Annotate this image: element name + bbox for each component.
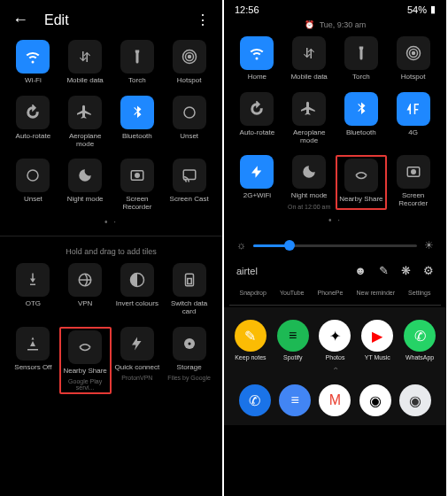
notif-item[interactable]: Snapdrop bbox=[240, 290, 266, 296]
page-title: Edit bbox=[44, 12, 69, 28]
theme-icon[interactable]: ❋ bbox=[401, 264, 411, 277]
tile-label: Screen Recorder bbox=[112, 196, 162, 212]
tile-qc[interactable]: Quick connectProtonVPN bbox=[112, 327, 164, 395]
back-icon[interactable]: ← bbox=[12, 11, 28, 29]
app-label: Photos bbox=[326, 354, 345, 360]
nearby-icon bbox=[68, 330, 102, 364]
app-spotify[interactable]: ≡Spotify bbox=[272, 320, 314, 360]
vpn-icon bbox=[68, 263, 102, 297]
tile-sensor[interactable]: Sensors Off bbox=[7, 327, 59, 395]
tile-sublabel: Files by Google bbox=[167, 375, 211, 381]
bt-icon bbox=[120, 96, 154, 129]
app-yt-music[interactable]: ▶YT Music bbox=[356, 320, 398, 360]
otg-icon bbox=[16, 263, 50, 297]
edit-icon[interactable]: ✎ bbox=[379, 264, 389, 277]
tile-plane[interactable]: Aeroplane mode bbox=[59, 96, 112, 149]
tile-nearby[interactable]: Nearby ShareGoogle Play servi... bbox=[59, 327, 112, 395]
svg-point-0 bbox=[188, 56, 190, 58]
carrier-label: airtel bbox=[236, 266, 258, 276]
tile-q[interactable]: Unset bbox=[163, 96, 215, 149]
app-icon: ✎ bbox=[235, 320, 266, 352]
tile-label: Storage bbox=[177, 364, 202, 372]
tile-label: 4G bbox=[408, 129, 418, 137]
tile-wifi[interactable]: Home bbox=[231, 36, 283, 81]
notification-row[interactable]: SnapdropYouTubePhonePeNew reminderSettin… bbox=[229, 286, 441, 306]
tile-label: Hotspot bbox=[401, 74, 426, 81]
tile-rec[interactable]: Screen Recorder bbox=[387, 155, 439, 210]
tile-q[interactable]: Unset bbox=[7, 159, 59, 212]
settings-icon[interactable]: ⚙ bbox=[423, 264, 434, 277]
tile-label: Hotspot bbox=[177, 77, 202, 85]
nearby-icon bbox=[344, 159, 378, 192]
tile-rec[interactable]: Screen Recorder bbox=[112, 159, 164, 212]
tile-torch[interactable]: Torch bbox=[336, 36, 388, 81]
app-photos[interactable]: ✦Photos bbox=[314, 320, 357, 360]
rotate-icon bbox=[16, 96, 50, 129]
tile-2g[interactable]: 2G+WiFi bbox=[231, 155, 283, 210]
svg-rect-7 bbox=[183, 170, 196, 180]
tile-4g[interactable]: 4G bbox=[387, 92, 439, 145]
moon-icon bbox=[292, 155, 326, 189]
tile-label: Nearby Share bbox=[339, 196, 382, 204]
tile-bt[interactable]: Bluetooth bbox=[112, 96, 164, 149]
overflow-menu-icon[interactable]: ⋮ bbox=[196, 12, 210, 28]
dock-app[interactable]: ◉ bbox=[396, 384, 436, 416]
tile-label: Night mode bbox=[67, 196, 104, 204]
tile-moon[interactable]: Night mode bbox=[59, 159, 112, 212]
tile-hotspot[interactable]: Hotspot bbox=[387, 36, 439, 81]
tile-torch[interactable]: Torch bbox=[112, 40, 164, 85]
brightness-slider[interactable]: ☼ ☀ bbox=[224, 230, 446, 260]
tile-sublabel: ProtonVPN bbox=[121, 375, 152, 381]
tile-sim[interactable]: Switch data card bbox=[163, 263, 215, 316]
torch-icon bbox=[120, 40, 154, 74]
tile-label: Quick connect bbox=[115, 364, 160, 372]
edit-tiles-screen: ← Edit ⋮ Wi-FiMobile dataTorchHotspotAut… bbox=[0, 0, 222, 496]
notif-item[interactable]: PhonePe bbox=[318, 290, 344, 296]
tile-data[interactable]: Mobile data bbox=[283, 36, 336, 81]
date-row: ⏰ Tue, 9:30 am bbox=[224, 19, 446, 36]
drag-hint: Hold and drag to add tiles bbox=[0, 240, 222, 263]
data-icon bbox=[292, 36, 326, 70]
tile-rotate[interactable]: Auto-rotate bbox=[231, 92, 283, 145]
app-label: YT Music bbox=[365, 354, 390, 360]
tile-hotspot[interactable]: Hotspot bbox=[163, 40, 215, 85]
tile-storage[interactable]: StorageFiles by Google bbox=[163, 327, 215, 395]
notif-item[interactable]: Settings bbox=[408, 290, 430, 296]
notif-item[interactable]: YouTube bbox=[280, 290, 305, 296]
svg-point-14 bbox=[412, 52, 414, 55]
rec-icon bbox=[397, 155, 430, 189]
tile-moon[interactable]: Night modeOn at 12:00 am bbox=[283, 155, 336, 210]
date-text: Tue, 9:30 am bbox=[320, 20, 367, 29]
app-keep-notes[interactable]: ✎Keep notes bbox=[229, 320, 272, 360]
tile-rotate[interactable]: Auto-rotate bbox=[7, 96, 59, 149]
cast-icon bbox=[173, 159, 206, 192]
tile-wifi[interactable]: Wi-Fi bbox=[7, 40, 59, 85]
tile-bt[interactable]: Bluetooth bbox=[336, 92, 388, 145]
app-drawer-handle[interactable]: ⌃ bbox=[229, 360, 441, 381]
tile-data[interactable]: Mobile data bbox=[59, 40, 112, 85]
dock-app[interactable]: ✆ bbox=[235, 384, 274, 416]
dock-app[interactable]: ≡ bbox=[274, 384, 314, 416]
tile-plane[interactable]: Aeroplane mode bbox=[283, 92, 336, 145]
battery-percent: 54% bbox=[407, 4, 427, 15]
invert-icon bbox=[120, 263, 154, 297]
quick-settings-screen: 12:56 54% ▮ ⏰ Tue, 9:30 am HomeMobile da… bbox=[224, 0, 446, 496]
tile-otg[interactable]: OTG bbox=[7, 263, 59, 316]
brightness-track[interactable] bbox=[253, 244, 417, 247]
svg-point-3 bbox=[184, 107, 195, 118]
app-label: Spotify bbox=[283, 354, 302, 360]
tile-invert[interactable]: Invert colours bbox=[112, 263, 164, 316]
notif-item[interactable]: New reminder bbox=[356, 290, 395, 296]
alarm-icon: ⏰ bbox=[305, 20, 314, 29]
app-whatsapp[interactable]: ✆WhatsApp bbox=[398, 320, 441, 360]
tile-vpn[interactable]: VPN bbox=[59, 263, 112, 316]
dock-app[interactable]: ◉ bbox=[355, 384, 395, 416]
dock-app[interactable]: M bbox=[315, 384, 355, 416]
battery-icon: ▮ bbox=[430, 4, 436, 15]
tile-cast[interactable]: Screen Cast bbox=[163, 159, 215, 212]
tile-sublabel: On at 12:00 am bbox=[288, 204, 330, 210]
user-icon[interactable]: ☻ bbox=[354, 264, 367, 277]
tile-label: Night mode bbox=[291, 192, 328, 200]
bt-icon bbox=[344, 92, 378, 126]
tile-nearby[interactable]: Nearby Share bbox=[336, 155, 388, 210]
